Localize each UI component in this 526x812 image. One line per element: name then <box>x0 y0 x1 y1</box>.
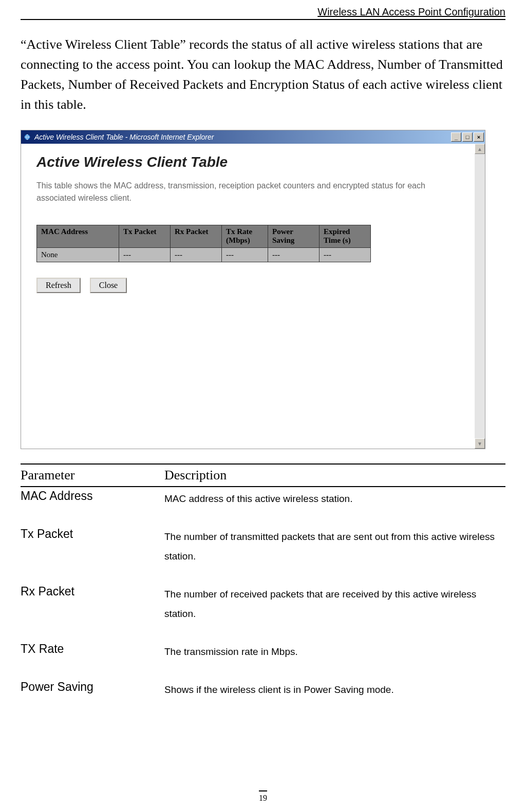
th-txrate: Tx Rate (Mbps) <box>222 225 268 248</box>
window-content: Active Wireless Client Table This table … <box>21 144 475 449</box>
param-table-mid-divider <box>21 486 505 487</box>
maximize-button[interactable]: □ <box>462 132 473 142</box>
td-expired: --- <box>320 248 371 262</box>
action-buttons: Refresh Close <box>36 278 459 293</box>
param-row: Tx Packet The number of transmitted pack… <box>21 527 505 566</box>
close-window-button[interactable]: × <box>474 132 484 142</box>
refresh-button[interactable]: Refresh <box>36 278 81 293</box>
param-name: TX Rate <box>21 642 164 662</box>
param-desc: MAC address of this active wireless stat… <box>164 489 505 509</box>
embedded-screenshot-window: Active Wireless Client Table - Microsoft… <box>21 130 485 449</box>
param-name: MAC Address <box>21 489 164 509</box>
td-txrate: --- <box>222 248 268 262</box>
th-tx: Tx Packet <box>119 225 171 248</box>
param-rows: MAC Address MAC address of this active w… <box>21 489 505 700</box>
intro-paragraph: “Active Wireless Client Table” records t… <box>21 34 505 114</box>
ie-icon <box>23 133 31 141</box>
param-name: Tx Packet <box>21 527 164 566</box>
minimize-button[interactable]: _ <box>451 132 461 142</box>
param-row: Power Saving Shows if the wireless clien… <box>21 680 505 700</box>
window-title: Active Wireless Client Table - Microsoft… <box>34 133 450 141</box>
td-power: --- <box>268 248 320 262</box>
param-name: Rx Packet <box>21 585 164 624</box>
table-header-row: MAC Address Tx Packet Rx Packet Tx Rate … <box>37 225 371 248</box>
page-number-footer: 19 <box>259 790 267 803</box>
param-header-parameter: Parameter <box>21 468 164 483</box>
param-row: MAC Address MAC address of this active w… <box>21 489 505 509</box>
td-tx: --- <box>119 248 171 262</box>
param-row: Rx Packet The number of received packets… <box>21 585 505 624</box>
param-desc: The number of transmitted packets that a… <box>164 527 505 566</box>
scroll-down-icon[interactable]: ▼ <box>475 438 485 449</box>
param-desc: Shows if the wireless client is in Power… <box>164 680 505 700</box>
param-row: TX Rate The transmission rate in Mbps. <box>21 642 505 662</box>
close-button[interactable]: Close <box>90 278 127 293</box>
content-description: This table shows the MAC address, transm… <box>36 180 459 204</box>
page-header-breadcrumb: Wireless LAN Access Point Configuration <box>21 0 505 19</box>
param-name: Power Saving <box>21 680 164 700</box>
table-row: None --- --- --- --- --- <box>37 248 371 262</box>
client-table: MAC Address Tx Packet Rx Packet Tx Rate … <box>36 225 371 262</box>
parameter-table: Parameter Description MAC Address MAC ad… <box>21 463 505 700</box>
vertical-scrollbar[interactable]: ▲ ▼ <box>475 144 485 449</box>
param-table-header: Parameter Description <box>21 465 505 486</box>
page-number: 19 <box>259 794 267 802</box>
scroll-up-icon[interactable]: ▲ <box>475 144 485 154</box>
window-body: Active Wireless Client Table This table … <box>21 144 485 449</box>
th-rx: Rx Packet <box>171 225 222 248</box>
th-expired: Expired Time (s) <box>320 225 371 248</box>
content-heading: Active Wireless Client Table <box>36 154 459 170</box>
td-rx: --- <box>171 248 222 262</box>
param-desc: The transmission rate in Mbps. <box>164 642 505 662</box>
td-mac: None <box>37 248 119 262</box>
header-divider <box>21 19 505 20</box>
window-buttons: _ □ × <box>450 132 484 142</box>
param-desc: The number of received packets that are … <box>164 585 505 624</box>
th-power: Power Saving <box>268 225 320 248</box>
param-header-description: Description <box>164 468 505 483</box>
th-mac: MAC Address <box>37 225 119 248</box>
window-titlebar: Active Wireless Client Table - Microsoft… <box>21 130 485 144</box>
